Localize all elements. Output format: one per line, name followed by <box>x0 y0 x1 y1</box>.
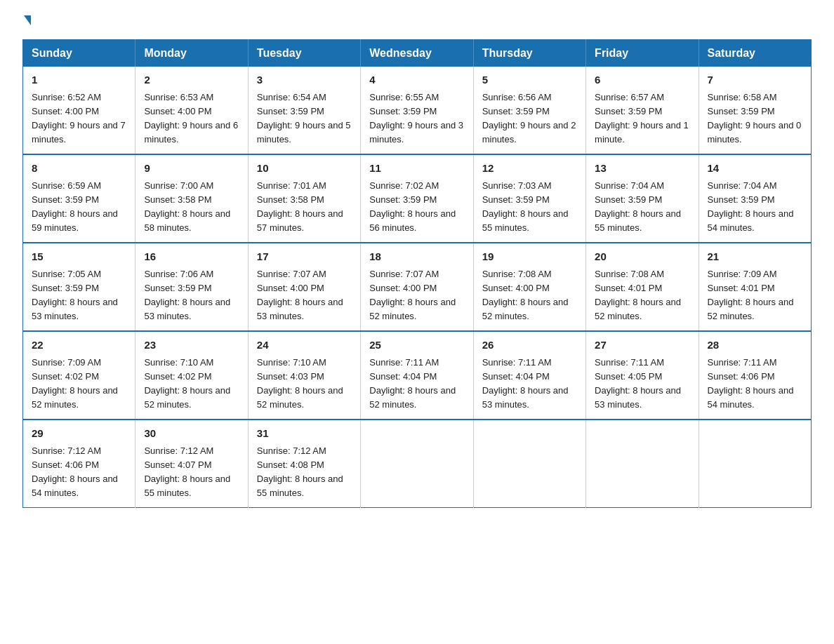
day-info: Sunrise: 7:11 AMSunset: 4:04 PMDaylight:… <box>369 357 456 410</box>
col-header-friday: Friday <box>586 40 699 67</box>
calendar-cell <box>699 420 811 508</box>
day-number: 11 <box>369 161 464 177</box>
day-info: Sunrise: 7:04 AMSunset: 3:59 PMDaylight:… <box>708 180 794 233</box>
day-number: 31 <box>257 426 352 442</box>
day-info: Sunrise: 7:04 AMSunset: 3:59 PMDaylight:… <box>595 180 681 233</box>
calendar-cell: 10 Sunrise: 7:01 AMSunset: 3:58 PMDaylig… <box>248 154 360 243</box>
day-number: 8 <box>32 161 126 177</box>
calendar-week-row: 29 Sunrise: 7:12 AMSunset: 4:06 PMDaylig… <box>23 420 812 508</box>
calendar-week-row: 15 Sunrise: 7:05 AMSunset: 3:59 PMDaylig… <box>23 243 812 331</box>
day-number: 13 <box>595 161 689 177</box>
day-number: 9 <box>144 161 239 177</box>
day-number: 17 <box>257 249 352 265</box>
day-info: Sunrise: 7:07 AMSunset: 4:00 PMDaylight:… <box>369 269 456 321</box>
day-info: Sunrise: 7:01 AMSunset: 3:58 PMDaylight:… <box>257 180 343 233</box>
day-number: 29 <box>32 426 126 442</box>
day-number: 21 <box>708 249 802 265</box>
calendar-cell: 29 Sunrise: 7:12 AMSunset: 4:06 PMDaylig… <box>23 420 135 508</box>
calendar-week-row: 1 Sunrise: 6:52 AMSunset: 4:00 PMDayligh… <box>23 67 812 154</box>
day-number: 20 <box>595 249 689 265</box>
day-number: 18 <box>369 249 464 265</box>
calendar-cell: 12 Sunrise: 7:03 AMSunset: 3:59 PMDaylig… <box>473 154 585 243</box>
col-header-thursday: Thursday <box>473 40 585 67</box>
calendar-cell <box>361 420 473 508</box>
day-number: 28 <box>708 337 802 354</box>
calendar-cell: 5 Sunrise: 6:56 AMSunset: 3:59 PMDayligh… <box>473 67 585 154</box>
day-number: 15 <box>32 249 126 265</box>
calendar-cell: 4 Sunrise: 6:55 AMSunset: 3:59 PMDayligh… <box>361 67 473 154</box>
col-header-monday: Monday <box>135 40 248 67</box>
day-info: Sunrise: 7:05 AMSunset: 3:59 PMDaylight:… <box>32 269 118 321</box>
day-info: Sunrise: 7:11 AMSunset: 4:04 PMDaylight:… <box>482 357 569 410</box>
calendar-cell: 7 Sunrise: 6:58 AMSunset: 3:59 PMDayligh… <box>699 67 811 154</box>
day-info: Sunrise: 6:55 AMSunset: 3:59 PMDaylight:… <box>369 92 463 145</box>
calendar-week-row: 22 Sunrise: 7:09 AMSunset: 4:02 PMDaylig… <box>23 331 812 420</box>
day-info: Sunrise: 7:11 AMSunset: 4:05 PMDaylight:… <box>595 357 681 410</box>
day-number: 24 <box>257 337 352 354</box>
calendar-cell: 23 Sunrise: 7:10 AMSunset: 4:02 PMDaylig… <box>135 331 248 420</box>
calendar-cell: 25 Sunrise: 7:11 AMSunset: 4:04 PMDaylig… <box>361 331 473 420</box>
day-info: Sunrise: 7:11 AMSunset: 4:06 PMDaylight:… <box>708 357 794 410</box>
day-info: Sunrise: 6:58 AMSunset: 3:59 PMDaylight:… <box>708 92 802 145</box>
calendar-cell: 9 Sunrise: 7:00 AMSunset: 3:58 PMDayligh… <box>135 154 248 243</box>
day-number: 12 <box>482 161 577 177</box>
day-number: 5 <box>482 72 577 88</box>
calendar-cell: 16 Sunrise: 7:06 AMSunset: 3:59 PMDaylig… <box>135 243 248 331</box>
col-header-tuesday: Tuesday <box>248 40 360 67</box>
calendar-cell: 15 Sunrise: 7:05 AMSunset: 3:59 PMDaylig… <box>23 243 135 331</box>
day-info: Sunrise: 7:07 AMSunset: 4:00 PMDaylight:… <box>257 269 343 321</box>
day-info: Sunrise: 7:09 AMSunset: 4:02 PMDaylight:… <box>32 357 118 410</box>
calendar-cell <box>586 420 699 508</box>
day-info: Sunrise: 7:10 AMSunset: 4:03 PMDaylight:… <box>257 357 343 410</box>
day-number: 26 <box>482 337 577 354</box>
calendar-cell <box>473 420 585 508</box>
calendar-table: SundayMondayTuesdayWednesdayThursdayFrid… <box>22 39 812 508</box>
day-number: 25 <box>369 337 464 354</box>
day-number: 30 <box>144 426 239 442</box>
calendar-cell: 17 Sunrise: 7:07 AMSunset: 4:00 PMDaylig… <box>248 243 360 331</box>
calendar-cell: 30 Sunrise: 7:12 AMSunset: 4:07 PMDaylig… <box>135 420 248 508</box>
col-header-saturday: Saturday <box>699 40 811 67</box>
calendar-cell: 31 Sunrise: 7:12 AMSunset: 4:08 PMDaylig… <box>248 420 360 508</box>
day-info: Sunrise: 7:03 AMSunset: 3:59 PMDaylight:… <box>482 180 569 233</box>
day-number: 23 <box>144 337 239 354</box>
calendar-header-row: SundayMondayTuesdayWednesdayThursdayFrid… <box>23 40 812 67</box>
day-info: Sunrise: 7:08 AMSunset: 4:00 PMDaylight:… <box>482 269 569 321</box>
day-number: 10 <box>257 161 352 177</box>
calendar-cell: 26 Sunrise: 7:11 AMSunset: 4:04 PMDaylig… <box>473 331 585 420</box>
day-info: Sunrise: 6:54 AMSunset: 3:59 PMDaylight:… <box>257 92 351 145</box>
day-info: Sunrise: 6:53 AMSunset: 4:00 PMDaylight:… <box>144 92 238 145</box>
calendar-cell: 6 Sunrise: 6:57 AMSunset: 3:59 PMDayligh… <box>586 67 699 154</box>
col-header-wednesday: Wednesday <box>361 40 473 67</box>
day-info: Sunrise: 7:09 AMSunset: 4:01 PMDaylight:… <box>708 269 794 321</box>
day-info: Sunrise: 7:00 AMSunset: 3:58 PMDaylight:… <box>144 180 230 233</box>
calendar-cell: 20 Sunrise: 7:08 AMSunset: 4:01 PMDaylig… <box>586 243 699 331</box>
day-number: 19 <box>482 249 577 265</box>
day-number: 27 <box>595 337 689 354</box>
day-number: 6 <box>595 72 689 88</box>
calendar-cell: 3 Sunrise: 6:54 AMSunset: 3:59 PMDayligh… <box>248 67 360 154</box>
day-info: Sunrise: 6:59 AMSunset: 3:59 PMDaylight:… <box>32 180 118 233</box>
calendar-cell: 1 Sunrise: 6:52 AMSunset: 4:00 PMDayligh… <box>23 67 135 154</box>
day-number: 7 <box>708 72 802 88</box>
day-number: 16 <box>144 249 239 265</box>
calendar-cell: 14 Sunrise: 7:04 AMSunset: 3:59 PMDaylig… <box>699 154 811 243</box>
day-number: 1 <box>32 72 126 88</box>
day-info: Sunrise: 7:10 AMSunset: 4:02 PMDaylight:… <box>144 357 230 410</box>
day-info: Sunrise: 7:02 AMSunset: 3:59 PMDaylight:… <box>369 180 456 233</box>
page-header <box>22 17 812 27</box>
calendar-week-row: 8 Sunrise: 6:59 AMSunset: 3:59 PMDayligh… <box>23 154 812 243</box>
calendar-cell: 13 Sunrise: 7:04 AMSunset: 3:59 PMDaylig… <box>586 154 699 243</box>
logo-arrow-icon <box>24 15 31 25</box>
day-info: Sunrise: 7:12 AMSunset: 4:07 PMDaylight:… <box>144 445 230 498</box>
col-header-sunday: Sunday <box>23 40 135 67</box>
day-number: 22 <box>32 337 126 354</box>
day-number: 14 <box>708 161 802 177</box>
day-info: Sunrise: 6:57 AMSunset: 3:59 PMDaylight:… <box>595 92 689 145</box>
calendar-cell: 24 Sunrise: 7:10 AMSunset: 4:03 PMDaylig… <box>248 331 360 420</box>
calendar-cell: 27 Sunrise: 7:11 AMSunset: 4:05 PMDaylig… <box>586 331 699 420</box>
day-number: 4 <box>369 72 464 88</box>
calendar-cell: 18 Sunrise: 7:07 AMSunset: 4:00 PMDaylig… <box>361 243 473 331</box>
day-info: Sunrise: 6:52 AMSunset: 4:00 PMDaylight:… <box>32 92 126 145</box>
day-info: Sunrise: 6:56 AMSunset: 3:59 PMDaylight:… <box>482 92 576 145</box>
